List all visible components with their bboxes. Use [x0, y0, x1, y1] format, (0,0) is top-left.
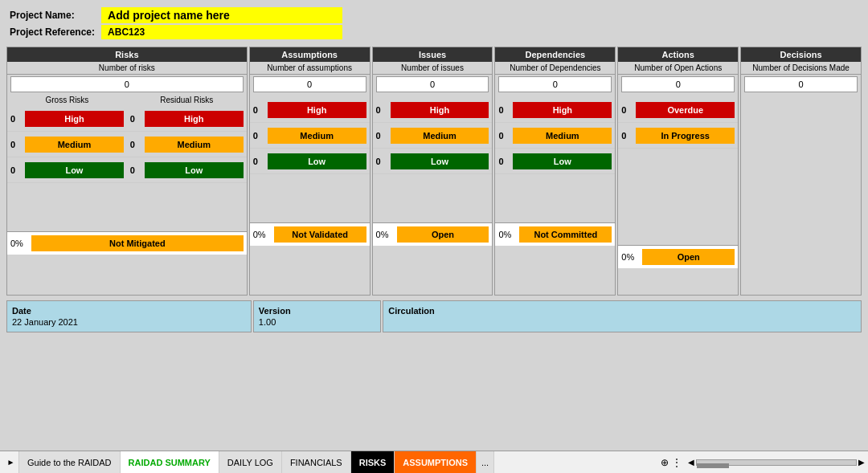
actions-inprogress-row: 0 In Progress — [618, 123, 738, 149]
assumptions-medium-badge: Medium — [268, 128, 366, 144]
decisions-header: Decisions — [741, 47, 861, 62]
issues-status-badge: Open — [397, 226, 489, 243]
assumptions-low-row: 0 Low — [250, 149, 370, 174]
risks-count: 0 — [10, 76, 244, 92]
project-name-value[interactable]: Add project name here — [101, 7, 342, 23]
dependencies-medium-num: 0 — [498, 131, 511, 141]
gross-medium-row: 0 Medium — [7, 132, 127, 157]
gross-low-row: 0 Low — [7, 157, 127, 183]
date-section: Date 22 January 2021 — [6, 300, 252, 332]
tab-assumptions[interactable]: ASSUMPTIONS — [395, 451, 477, 473]
actions-inprogress-badge: In Progress — [636, 128, 735, 144]
risks-status-badge: Not Mitigated — [31, 235, 244, 251]
issues-section: Issues Number of issues 0 0 High 0 Mediu… — [372, 47, 493, 296]
date-value: 22 January 2021 — [12, 317, 246, 327]
issues-medium-row: 0 Medium — [373, 123, 493, 149]
actions-status-pct: 0% — [621, 252, 641, 262]
issues-count: 0 — [376, 76, 489, 92]
actions-inprogress-num: 0 — [621, 131, 634, 141]
assumptions-section: Assumptions Number of assumptions 0 0 Hi… — [249, 47, 371, 296]
scroll-right-icon[interactable]: ▶ — [858, 458, 865, 467]
assumptions-high-badge: High — [268, 102, 366, 118]
dependencies-count: 0 — [498, 76, 612, 92]
dependencies-status-badge: Not Committed — [519, 226, 612, 243]
residual-low-row: 0 Low — [127, 157, 247, 183]
dependencies-section: Dependencies Number of Dependencies 0 0 … — [494, 47, 616, 296]
project-ref-label: Project Reference: — [6, 24, 98, 40]
tab-raidad-summary[interactable]: RAIDAD SUMMARY — [121, 451, 219, 473]
menu-icon[interactable]: ⋮ — [672, 457, 682, 468]
version-value: 1.00 — [259, 317, 375, 327]
dependencies-medium-badge: Medium — [513, 128, 612, 144]
residual-medium-num: 0 — [130, 140, 143, 149]
main-container: Project Name: Add project name here Proj… — [0, 0, 868, 434]
gross-low-num: 0 — [10, 165, 23, 175]
taskbar-tabs: Guide to the RAIDAD RAIDAD SUMMARY DAILY… — [19, 451, 657, 473]
actions-section: Actions Number of Open Actions 0 0 Overd… — [617, 47, 739, 296]
assumptions-status-pct: 0% — [253, 230, 272, 239]
issues-medium-num: 0 — [376, 131, 389, 141]
actions-status-row: 0% Open — [618, 245, 738, 268]
dependencies-subheader: Number of Dependencies — [495, 62, 615, 75]
actions-count: 0 — [621, 76, 735, 92]
tab-financials[interactable]: FINANCIALS — [282, 451, 351, 473]
project-info: Project Name: Add project name here Proj… — [6, 6, 862, 40]
add-sheet-icon[interactable]: ⊕ — [661, 457, 669, 468]
actions-subheader: Number of Open Actions — [618, 62, 738, 75]
project-ref-value[interactable]: ABC123 — [101, 25, 342, 39]
actions-overdue-row: 0 Overdue — [618, 97, 738, 123]
taskbar-scroll: ◀ ▶ — [688, 458, 865, 467]
issues-status-pct: 0% — [376, 230, 395, 239]
circulation-section: Circulation — [383, 300, 862, 332]
dependencies-high-badge: High — [513, 102, 612, 118]
scroll-left-icon[interactable]: ◀ — [688, 458, 694, 467]
risks-status-row: 0% Not Mitigated — [7, 231, 247, 255]
residual-risks-label: Residual Risks — [127, 94, 247, 106]
taskbar-arrow[interactable]: ► — [3, 451, 19, 473]
tab-risks[interactable]: RISKS — [351, 451, 395, 473]
issues-high-badge: High — [391, 102, 489, 118]
residual-high-badge: High — [145, 111, 244, 127]
gross-medium-badge: Medium — [25, 137, 124, 153]
assumptions-medium-row: 0 Medium — [250, 123, 370, 149]
residual-high-num: 0 — [130, 114, 143, 124]
assumptions-low-badge: Low — [268, 153, 366, 169]
dependencies-low-row: 0 Low — [495, 149, 615, 174]
gross-medium-num: 0 — [10, 140, 23, 149]
dependencies-status-row: 0% Not Committed — [495, 222, 615, 246]
gross-high-badge: High — [25, 111, 124, 127]
circulation-label: Circulation — [388, 306, 856, 316]
risks-subheader: Number of risks — [7, 62, 247, 75]
dependencies-status-pct: 0% — [498, 230, 518, 239]
issues-high-row: 0 High — [373, 97, 493, 123]
assumptions-subheader: Number of assumptions — [250, 62, 370, 75]
assumptions-high-row: 0 High — [250, 97, 370, 123]
residual-medium-row: 0 Medium — [127, 132, 247, 157]
assumptions-medium-num: 0 — [253, 131, 266, 141]
issues-low-num: 0 — [376, 157, 389, 166]
issues-low-row: 0 Low — [373, 149, 493, 174]
dependencies-high-num: 0 — [498, 105, 511, 115]
tab-guide[interactable]: Guide to the RAIDAD — [19, 451, 121, 473]
dependencies-header: Dependencies — [495, 47, 615, 62]
gross-low-badge: Low — [25, 162, 124, 178]
tab-more[interactable]: ... — [477, 451, 494, 473]
residual-medium-badge: Medium — [145, 137, 244, 153]
assumptions-status-row: 0% Not Validated — [250, 222, 370, 246]
tab-daily-log[interactable]: DAILY LOG — [219, 451, 282, 473]
actions-overdue-num: 0 — [621, 105, 634, 115]
dependencies-medium-row: 0 Medium — [495, 123, 615, 149]
issues-subheader: Number of issues — [373, 62, 493, 75]
taskbar-icons: ⊕ ⋮ — [657, 457, 685, 468]
dependencies-low-num: 0 — [498, 157, 511, 166]
version-section: Version 1.00 — [253, 300, 381, 332]
actions-status-badge: Open — [642, 249, 735, 265]
risks-section: Risks Number of risks 0 Gross Risks 0 Hi… — [6, 47, 248, 296]
actions-overdue-badge: Overdue — [636, 102, 735, 118]
gross-high-num: 0 — [10, 114, 23, 124]
gross-risks-label: Gross Risks — [7, 94, 127, 106]
project-name-label: Project Name: — [6, 6, 98, 24]
issues-header: Issues — [373, 47, 493, 62]
assumptions-count: 0 — [253, 76, 366, 92]
residual-high-row: 0 High — [127, 106, 247, 132]
